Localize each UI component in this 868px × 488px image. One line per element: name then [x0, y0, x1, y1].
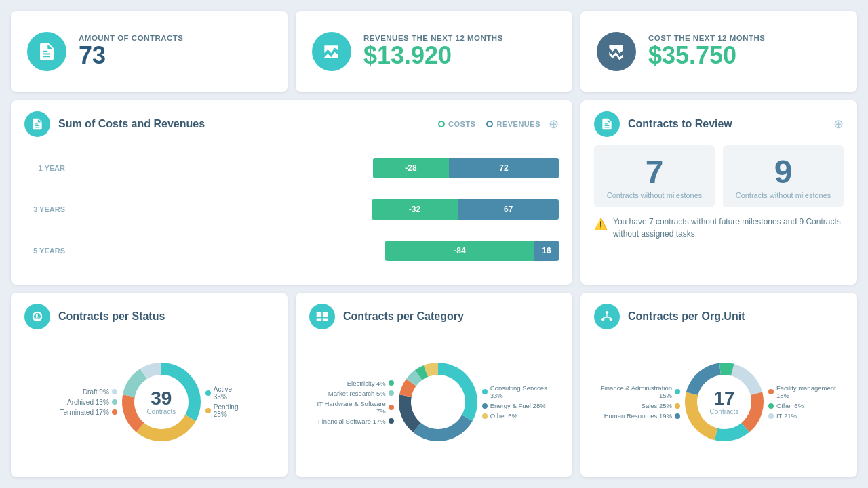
orgunit-center-label: Contracts [710, 408, 739, 415]
legend-entry: Consulting Services 33% [482, 384, 559, 399]
legend-entry: Archived 13% [60, 399, 117, 406]
legend-entry: Electricity 4% [309, 380, 394, 387]
orgunit-donut: 17 Contracts [680, 358, 768, 446]
review-crosshair-icon[interactable]: ⊕ [833, 117, 844, 131]
legend-color-dot [389, 380, 394, 386]
legend-entry: IT Hardware & Software 7% [309, 400, 394, 415]
orgunit-donut-center: 17 Contracts [710, 389, 739, 415]
contracts-icon [27, 32, 66, 71]
bar-negative: -84 [385, 241, 534, 261]
legend-color-dot [768, 413, 774, 419]
legend-color-dot [675, 389, 680, 394]
costs-revenues-legend: COSTS REVENUES [438, 120, 540, 128]
donut-segment [136, 415, 196, 441]
dashboard: AMOUNT OF CONTRACTS 73 REVENUES THE NEXT… [11, 11, 857, 477]
kpi-text-revenues: REVENUES THE NEXT 12 MONTHS $13.920 [363, 34, 503, 69]
kpi-text-contracts: AMOUNT OF CONTRACTS 73 [79, 34, 184, 69]
legend-color-dot [112, 389, 117, 394]
donut-segment [741, 392, 764, 432]
contracts-review-panel: Contracts to Review ⊕ 7 Contracts withou… [580, 100, 857, 285]
review-header: Contracts to Review ⊕ [594, 111, 844, 137]
status-center-label: Contracts [146, 408, 176, 415]
svg-point-2 [601, 318, 604, 321]
kpi-value-contracts: 73 [79, 42, 184, 69]
category-icon [309, 304, 335, 329]
bar-label: 5 YEARS [24, 247, 65, 255]
review-boxes: 7 Contracts without milestones 9 Contrac… [594, 145, 844, 207]
bar-negative: -28 [373, 158, 449, 178]
review-box-1: 7 Contracts without milestones [594, 145, 715, 207]
review-box-2-label: Contracts without milestones [736, 191, 831, 199]
bar-positive: 16 [534, 241, 559, 261]
review-title: Contracts to Review [628, 118, 825, 130]
bar-chart: 1 YEAR-28723 YEARS-32675 YEARS-8416 [24, 145, 559, 274]
legend-color-dot [112, 409, 117, 415]
kpi-value-revenues: $13.920 [363, 42, 503, 69]
crosshair-icon[interactable]: ⊕ [549, 117, 559, 131]
kpi-value-costs: $35.750 [648, 42, 766, 69]
legend-color-dot [389, 390, 394, 396]
legend-entry: Energy & Fuel 28% [482, 402, 559, 409]
costs-revenues-panel: Sum of Costs and Revenues COSTS REVENUES… [11, 100, 572, 285]
bar-container: -2872 [72, 155, 559, 182]
status-header: Contracts per Status [24, 304, 274, 329]
legend-color-dot [768, 389, 774, 394]
costs-revenues-header: Sum of Costs and Revenues COSTS REVENUES… [24, 111, 559, 137]
legend-entry: Terminated 17% [60, 409, 117, 416]
donut-segment [399, 394, 421, 432]
legend-color-dot [482, 389, 488, 394]
orgunit-center-number: 17 [710, 389, 739, 408]
category-legend-left: Electricity 4%Market research 5%IT Hardw… [309, 380, 394, 425]
legend-entry: Draft 9% [60, 388, 117, 396]
revenues-icon [312, 32, 351, 71]
bar-container: -8416 [72, 237, 559, 264]
review-icon [594, 111, 620, 137]
status-title: Contracts per Status [58, 310, 274, 323]
status-legend-left: Draft 9%Archived 13%Terminated 17% [60, 388, 117, 416]
review-warning-text: You have 7 contracts without future mile… [613, 216, 844, 240]
contracts-orgunit-panel: Contracts per Org.Unit Finance & Adminis… [580, 293, 857, 477]
orgunit-legend-right: Facility management 18%Other 6%IT 21% [768, 384, 844, 420]
svg-point-3 [610, 318, 612, 321]
legend-color-dot [675, 413, 680, 419]
bar-label: 3 YEARS [24, 205, 65, 214]
orgunit-title: Contracts per Org.Unit [628, 310, 844, 323]
category-donut [394, 358, 482, 446]
donut-segment [122, 394, 144, 432]
review-box-2-number: 9 [774, 156, 793, 188]
bar-row: 1 YEAR-2872 [24, 155, 559, 182]
status-icon [24, 304, 50, 329]
svg-point-1 [606, 311, 608, 314]
orgunit-legend-left: Finance & Administration 15%Sales 25%Hum… [594, 384, 680, 420]
legend-entry: Pending 28% [205, 403, 239, 418]
orgunit-header: Contracts per Org.Unit [594, 304, 844, 329]
review-box-1-number: 7 [646, 156, 664, 188]
costs-legend-dot [438, 121, 445, 127]
legend-entry: Other 6% [768, 402, 844, 409]
legend-costs: COSTS [438, 120, 475, 128]
bar-positive: 67 [458, 199, 559, 220]
legend-color-dot [205, 408, 211, 413]
svg-line-5 [603, 317, 607, 318]
legend-entry: Financial Software 17% [309, 418, 394, 425]
legend-color-dot [482, 413, 488, 419]
bar-label: 1 YEAR [24, 164, 65, 172]
donut-segment [413, 415, 473, 441]
kpi-text-costs: COST THE NEXT 12 MONTHS $35.750 [648, 34, 766, 69]
kpi-card-costs: COST THE NEXT 12 MONTHS $35.750 [580, 11, 857, 92]
bar-negative: -32 [372, 199, 458, 220]
orgunit-icon [594, 304, 620, 329]
review-warning: ⚠️ You have 7 contracts without future m… [594, 216, 844, 240]
legend-entry: Other 6% [482, 412, 559, 420]
warning-icon: ⚠️ [594, 216, 608, 232]
status-chart-body: Draft 9%Archived 13%Terminated 17% 39 Co… [24, 338, 274, 466]
legend-color-dot [389, 418, 394, 424]
category-donut-svg [394, 358, 482, 446]
legend-color-dot [205, 390, 211, 396]
review-box-1-label: Contracts without milestones [607, 191, 703, 199]
donut-segment [438, 363, 477, 421]
contracts-status-panel: Contracts per Status Draft 9%Archived 13… [11, 293, 288, 477]
category-header: Contracts per Category [309, 304, 559, 329]
legend-entry: Active 33% [205, 386, 239, 401]
legend-entry: Market research 5% [309, 390, 394, 397]
